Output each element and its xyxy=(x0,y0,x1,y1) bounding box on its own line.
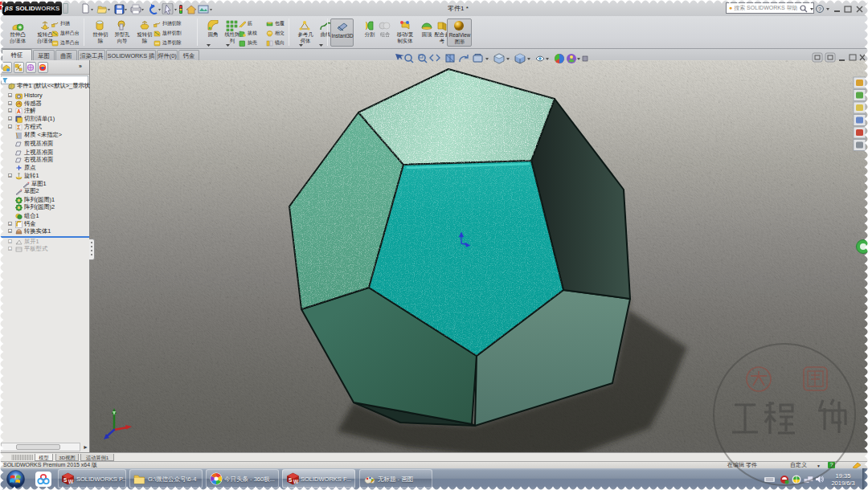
svg-text:S: S xyxy=(63,477,68,483)
svg-text:S: S xyxy=(289,477,293,483)
svg-text:W: W xyxy=(293,479,299,484)
svg-text:A: A xyxy=(17,108,21,114)
svg-text:W: W xyxy=(68,479,74,484)
svg-text:Σ: Σ xyxy=(17,125,20,130)
svg-text:?: ? xyxy=(818,6,821,12)
